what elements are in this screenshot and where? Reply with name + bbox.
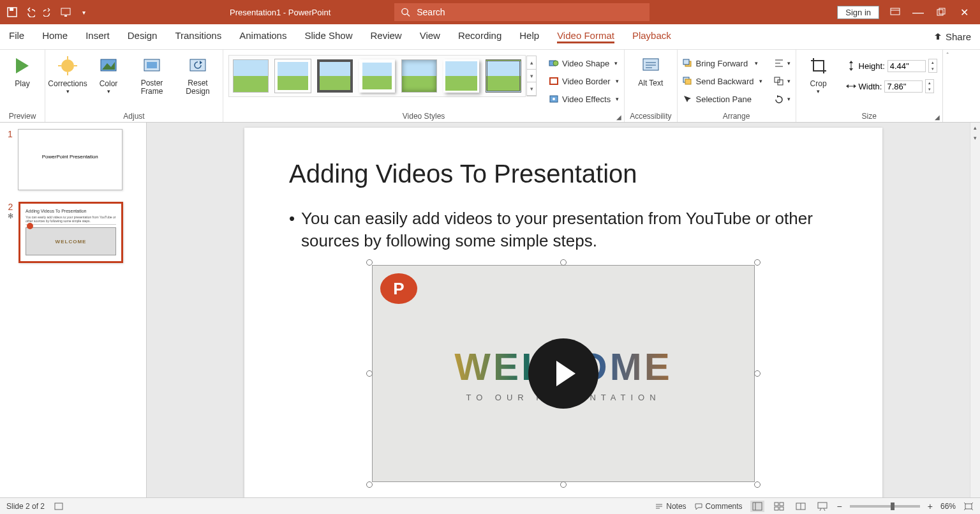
poster-frame-button[interactable]: Poster Frame [132, 55, 172, 96]
video-object[interactable]: P WELCOME TO OUR PRESENTATION [372, 265, 755, 482]
maximize-icon[interactable] [934, 5, 948, 19]
normal-view-icon[interactable] [750, 501, 764, 512]
resize-handle[interactable] [754, 370, 761, 377]
video-effects-button[interactable]: Video Effects▾ [549, 91, 619, 107]
spell-check-icon[interactable] [54, 502, 64, 511]
video-styles-launcher-icon[interactable]: ◢ [616, 114, 621, 121]
thumbnail-slide-1[interactable]: PowerPoint Presentation [18, 129, 122, 190]
scroll-up-icon[interactable]: ▴ [970, 123, 980, 133]
alt-text-button[interactable]: Alt Text [634, 55, 668, 87]
selection-pane-button[interactable]: Selection Pane [683, 91, 762, 107]
video-style-option[interactable] [359, 59, 395, 93]
slide-editor-area[interactable]: Adding Videos To Presentation • You can … [147, 123, 980, 497]
zoom-level[interactable]: 66% [940, 502, 956, 511]
zoom-out-icon[interactable]: − [837, 501, 842, 511]
video-shape-button[interactable]: Video Shape▾ [549, 55, 619, 72]
color-button[interactable]: Color ▾ [91, 55, 126, 94]
resize-handle[interactable] [560, 259, 567, 266]
svg-rect-53 [775, 503, 778, 506]
video-style-option[interactable] [486, 59, 521, 93]
ribbon-display-options-icon[interactable] [888, 5, 902, 19]
svg-point-26 [553, 98, 555, 100]
size-launcher-icon[interactable]: ◢ [935, 114, 940, 121]
slide-title[interactable]: Adding Videos To Presentation [289, 160, 838, 188]
slide-sorter-view-icon[interactable] [772, 501, 786, 512]
minimize-icon[interactable]: — [911, 5, 925, 19]
slide-show-view-icon[interactable] [815, 501, 829, 512]
video-style-option[interactable] [275, 59, 311, 93]
zoom-thumb[interactable] [891, 503, 895, 510]
height-spinner[interactable]: ▴▾ [928, 59, 937, 73]
height-input[interactable] [887, 60, 926, 72]
bring-forward-button[interactable]: Bring Forward▾ [683, 55, 762, 72]
svg-marker-46 [854, 84, 856, 88]
zoom-slider[interactable] [850, 505, 920, 508]
video-style-option[interactable] [317, 59, 353, 93]
customize-qat-icon[interactable]: ▾ [77, 5, 91, 19]
tab-transitions[interactable]: Transitions [175, 30, 221, 43]
tab-animations[interactable]: Animations [239, 30, 286, 43]
play-button[interactable]: Play [5, 55, 40, 88]
resize-handle[interactable] [754, 259, 761, 266]
close-icon[interactable]: ✕ [957, 5, 971, 19]
align-button[interactable]: ▾ [774, 55, 791, 72]
menu-bar: File Home Insert Design Transitions Anim… [0, 24, 980, 50]
collapse-ribbon-icon[interactable]: ˆ [942, 50, 953, 122]
group-icon [774, 76, 784, 86]
thumbnail-entry[interactable]: 1 PowerPoint Presentation [8, 129, 138, 190]
crop-button[interactable]: Crop ▾ [801, 55, 836, 94]
send-backward-button[interactable]: Send Backward▾ [683, 73, 762, 89]
video-border-button[interactable]: Video Border▾ [549, 73, 619, 89]
group-button[interactable]: ▾ [774, 73, 791, 89]
tab-video-format[interactable]: Video Format [557, 30, 614, 43]
fit-to-window-icon[interactable] [963, 502, 974, 511]
video-style-option[interactable] [401, 59, 437, 93]
share-button[interactable]: Share [933, 31, 971, 42]
thumbnail-entry[interactable]: 2 ✻ Adding Videos To Presentation You ca… [8, 202, 138, 263]
search-box[interactable] [394, 3, 650, 21]
width-spinner[interactable]: ▴▾ [925, 79, 934, 93]
video-style-option[interactable] [443, 59, 479, 93]
tab-playback[interactable]: Playback [632, 30, 671, 43]
reset-design-button[interactable]: Reset Design [178, 55, 218, 96]
scroll-down-icon[interactable]: ▾ [970, 133, 980, 143]
rotate-button[interactable]: ▾ [774, 91, 791, 107]
start-from-beginning-icon[interactable] [59, 5, 73, 19]
tab-design[interactable]: Design [128, 30, 158, 43]
redo-icon[interactable] [41, 5, 55, 19]
tab-home[interactable]: Home [42, 30, 68, 43]
comments-button[interactable]: Comments [694, 502, 743, 511]
vertical-scrollbar[interactable]: ▴ ▾ [970, 123, 980, 497]
video-styles-gallery[interactable]: ▴▾▾ [228, 55, 526, 97]
tab-file[interactable]: File [9, 30, 24, 43]
resize-handle[interactable] [560, 481, 567, 488]
resize-handle[interactable] [366, 259, 373, 266]
tab-recording[interactable]: Recording [458, 30, 501, 43]
reading-view-icon[interactable] [794, 501, 808, 512]
tab-slide-show[interactable]: Slide Show [304, 30, 352, 43]
tab-view[interactable]: View [420, 30, 440, 43]
slide-canvas[interactable]: Adding Videos To Presentation • You can … [244, 128, 882, 497]
sign-in-button[interactable]: Sign in [837, 6, 879, 19]
slide-thumbnail-pane[interactable]: 1 PowerPoint Presentation 2 ✻ Adding Vid… [0, 123, 147, 497]
undo-icon[interactable] [23, 5, 37, 19]
notes-button[interactable]: Notes [655, 502, 686, 511]
video-style-option[interactable] [233, 59, 269, 93]
gallery-scroll[interactable]: ▴▾▾ [526, 56, 537, 96]
selection-pane-icon [683, 94, 693, 104]
slide-bullet[interactable]: • You can easily add videos to your pres… [289, 208, 838, 252]
resize-handle[interactable] [366, 370, 373, 377]
zoom-in-icon[interactable]: + [928, 501, 933, 511]
slide-counter[interactable]: Slide 2 of 2 [6, 502, 45, 511]
corrections-button[interactable]: Corrections ▾ [50, 55, 85, 94]
tab-help[interactable]: Help [519, 30, 539, 43]
resize-handle[interactable] [366, 481, 373, 488]
tab-insert[interactable]: Insert [85, 30, 110, 43]
search-input[interactable] [417, 7, 643, 17]
send-backward-icon [683, 76, 693, 86]
width-input[interactable] [884, 80, 923, 93]
thumbnail-slide-2[interactable]: Adding Videos To Presentation You can ea… [19, 202, 123, 263]
save-icon[interactable] [5, 5, 19, 19]
resize-handle[interactable] [754, 481, 761, 488]
tab-review[interactable]: Review [370, 30, 401, 43]
